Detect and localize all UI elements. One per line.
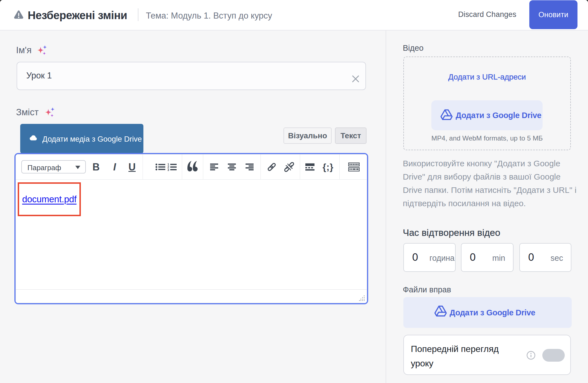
svg-text:3: 3 <box>167 168 169 172</box>
